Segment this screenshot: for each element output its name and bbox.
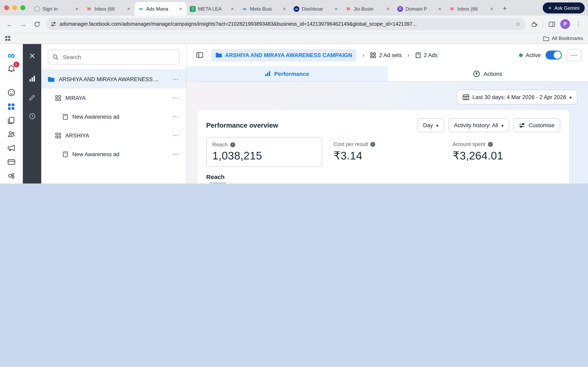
tab-meta-lea[interactable]: META LEA [187, 2, 238, 16]
more-options-icon[interactable] [170, 149, 181, 159]
close-tab-icon[interactable] [333, 6, 339, 12]
tab-actions[interactable]: Actions [387, 66, 588, 81]
metric-cost-per-result[interactable]: Cost per result ₹3.14 [328, 137, 441, 167]
customise-button[interactable]: Customise [513, 118, 560, 132]
close-tab-icon[interactable] [178, 6, 183, 12]
apps-grid-icon[interactable] [5, 35, 11, 41]
campaign-name: ARSHIYA AND MIRAYA AWARENESS ... [59, 76, 166, 82]
billing-icon[interactable] [4, 155, 18, 169]
tree-ad-row[interactable]: New Awareness ad [41, 107, 186, 126]
activity-history-dropdown[interactable]: Activity history: All [448, 118, 509, 132]
all-bookmarks-button[interactable]: All Bookmarks [538, 35, 583, 42]
close-window-button[interactable] [4, 5, 9, 10]
more-options-icon[interactable] [170, 92, 181, 103]
site-controls-icon[interactable] [51, 21, 56, 27]
back-button[interactable] [4, 19, 15, 29]
all-tools-menu-icon[interactable] [4, 183, 18, 184]
ads-manager-icon-active[interactable] [4, 100, 18, 113]
extensions-icon[interactable] [529, 19, 539, 29]
reload-button[interactable] [32, 19, 43, 29]
tab-jio-business[interactable]: Jio Busin [342, 2, 394, 16]
ad-page-icon [62, 151, 68, 157]
close-tab-icon[interactable] [126, 6, 131, 12]
search-input[interactable] [62, 53, 175, 61]
tab-inbox-1[interactable]: Inbox (66 [83, 2, 135, 16]
metric-spent-label: Amount spent [453, 141, 485, 147]
tab-performance[interactable]: Performance [187, 66, 387, 81]
info-icon[interactable] [370, 142, 375, 147]
bookmark-star-icon[interactable] [516, 20, 521, 28]
tree-adset-row[interactable]: MIRAYA [41, 89, 186, 107]
tab-sign-in[interactable]: Sign In [31, 2, 83, 16]
tree-campaign-row[interactable]: ARSHIYA AND MIRAYA AWARENESS ... [41, 70, 186, 89]
tree-ad-row[interactable]: New Awareness ad [41, 145, 186, 164]
tree-adset-row[interactable]: ARSHIYA [41, 126, 186, 145]
info-icon[interactable] [230, 142, 235, 147]
tab-dashboard[interactable]: Dashboar [290, 2, 342, 16]
search-box[interactable] [48, 50, 180, 64]
actions-tab-label: Actions [484, 70, 502, 77]
day-dropdown-label: Day [423, 122, 433, 128]
tab-domain[interactable]: Domain P [394, 2, 446, 16]
more-options-icon[interactable] [170, 74, 181, 84]
day-granularity-dropdown[interactable]: Day [417, 118, 444, 132]
notifications-bell-icon[interactable]: 5 [4, 62, 18, 76]
people-icon[interactable] [4, 127, 18, 141]
metric-reach[interactable]: Reach 1,038,215 [206, 137, 322, 167]
promotions-icon[interactable] [4, 141, 18, 155]
close-tab-icon[interactable] [281, 6, 287, 12]
tab-title: Inbox (66 [94, 6, 123, 12]
more-options-icon[interactable] [170, 130, 181, 141]
more-options-icon[interactable] [170, 111, 181, 122]
metrics-row: Reach 1,038,215 Cost per result [206, 137, 560, 167]
close-panel-icon[interactable] [26, 50, 38, 62]
moods-icon[interactable] [4, 86, 18, 100]
breadcrumb-ads[interactable]: 2 Ads [415, 52, 438, 58]
close-tab-icon[interactable] [229, 6, 235, 12]
zoom-window-button[interactable] [20, 5, 25, 10]
tab-inbox-2[interactable]: Inbox (66 [446, 2, 498, 16]
browser-menu-icon[interactable] [573, 19, 584, 29]
tab-ads-manager-active[interactable]: Ads Mana [135, 2, 187, 16]
metric-amount-spent[interactable]: Amount spent ₹3,264.01 [447, 137, 560, 167]
profile-avatar[interactable]: P [560, 19, 570, 29]
campaign-active-toggle[interactable] [545, 50, 562, 59]
breadcrumb-adsets-label: 2 Ad sets [379, 52, 402, 58]
browser-tabstrip: Sign In Inbox (66 Ads Mana META LEA [0, 0, 588, 16]
edit-pencil-icon[interactable] [26, 91, 38, 104]
minimize-window-button[interactable] [12, 5, 17, 10]
close-tab-icon[interactable] [74, 6, 80, 12]
more-actions-button[interactable] [567, 49, 581, 61]
close-tab-icon[interactable] [437, 6, 443, 12]
browser-tabs: Sign In Inbox (66 Ads Mana META LEA [31, 0, 510, 16]
y-tick-label: 500000 [209, 182, 226, 184]
date-range-button[interactable]: Last 30 days: 4 Mar 2026 - 2 Apr 2026 [457, 90, 577, 104]
globe-favicon [34, 6, 40, 12]
chart-title: Reach [206, 173, 560, 180]
close-tab-icon[interactable] [489, 6, 494, 12]
folder-icon [543, 36, 549, 41]
close-tab-icon[interactable] [385, 6, 391, 12]
performance-charts-icon[interactable] [26, 73, 38, 85]
info-icon[interactable] [488, 142, 493, 147]
breadcrumb-campaign[interactable]: ARSHIYA AND MIRAYA AWARENESS CAMPAIGN [211, 49, 357, 61]
screen: Sign In Inbox (66 Ads Mana META LEA [0, 0, 588, 184]
history-clock-icon[interactable] [26, 110, 38, 122]
address-bar[interactable]: adsmanager.facebook.com/adsmanager/manag… [46, 18, 526, 30]
side-panel-icon[interactable] [546, 19, 557, 29]
actions-boost-icon [473, 70, 480, 77]
tab-title: Domain P [406, 6, 434, 12]
gmail-favicon [86, 6, 92, 12]
breadcrumb-bar: ARSHIYA AND MIRAYA AWARENESS CAMPAIGN 2 … [187, 44, 588, 66]
audiences-icon[interactable] [4, 169, 18, 183]
pages-icon[interactable] [4, 113, 18, 127]
ask-gemini-button[interactable]: Ask Gemini [543, 2, 585, 13]
new-tab-button[interactable] [499, 3, 510, 14]
meta-logo[interactable] [4, 48, 18, 62]
tab-meta-business[interactable]: Meta Busi [238, 2, 290, 16]
tab-title: Dashboar [302, 6, 331, 12]
toggle-sidebar-button[interactable] [193, 49, 206, 61]
metric-spent-value: ₹3,264.01 [453, 149, 554, 162]
forward-button[interactable] [18, 19, 29, 29]
breadcrumb-adsets[interactable]: 2 Ad sets [370, 52, 402, 58]
